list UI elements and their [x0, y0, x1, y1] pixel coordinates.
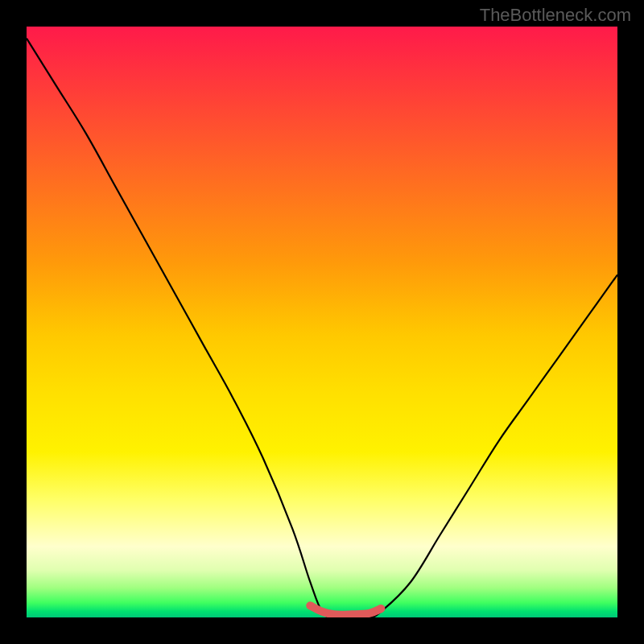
- curve-highlight-path: [310, 605, 381, 614]
- bottleneck-curve-svg: [27, 27, 617, 617]
- curve-main-path: [27, 39, 617, 617]
- chart-plot-area: [27, 27, 617, 617]
- attribution-text: TheBottleneck.com: [480, 5, 631, 26]
